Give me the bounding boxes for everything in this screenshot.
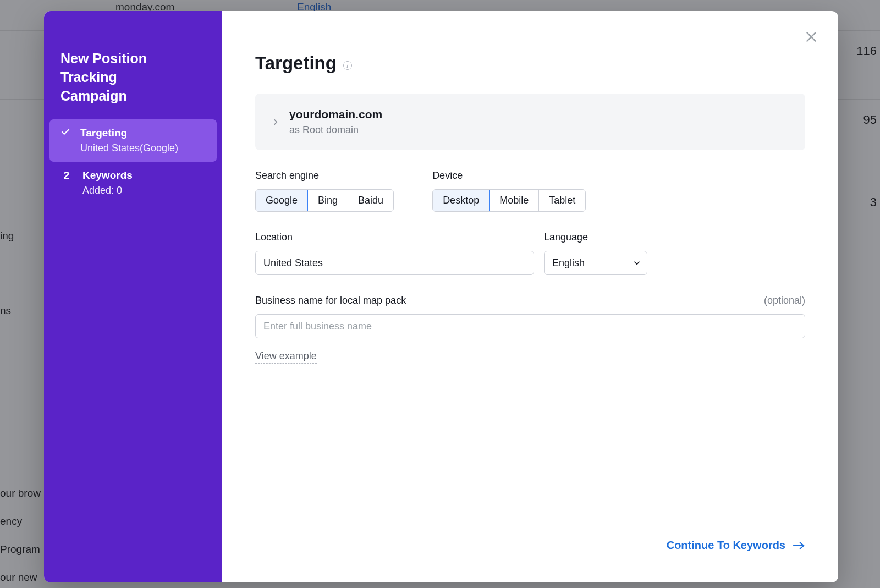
seg-desktop[interactable]: Desktop bbox=[433, 190, 490, 211]
location-input[interactable] bbox=[255, 251, 534, 275]
field-label: Device bbox=[432, 170, 586, 182]
arrow-right-icon bbox=[793, 541, 805, 550]
chevron-right-icon bbox=[272, 118, 279, 126]
search-engine-segmented: Google Bing Baidu bbox=[255, 189, 394, 212]
continue-label: Continue To Keywords bbox=[667, 539, 785, 552]
check-icon bbox=[61, 127, 70, 137]
continue-button[interactable]: Continue To Keywords bbox=[667, 539, 805, 552]
info-icon[interactable]: i bbox=[343, 61, 352, 70]
field-label: Language bbox=[544, 232, 647, 243]
step-label: Targeting bbox=[80, 127, 206, 139]
language-group: Language bbox=[544, 232, 647, 275]
optional-label: (optional) bbox=[764, 295, 805, 306]
location-group: Location bbox=[255, 232, 534, 275]
step-targeting[interactable]: Targeting United States(Google) bbox=[50, 119, 217, 162]
heading-text: Targeting bbox=[255, 53, 337, 74]
step-label: Keywords bbox=[82, 169, 206, 182]
field-label: Business name for local map pack bbox=[255, 295, 406, 306]
field-label: Search engine bbox=[255, 170, 394, 182]
step-keywords[interactable]: 2 Keywords Added: 0 bbox=[50, 162, 217, 204]
step-sublabel: United States(Google) bbox=[80, 142, 206, 154]
wizard-title: New Position Tracking Campaign bbox=[50, 50, 217, 119]
seg-google[interactable]: Google bbox=[256, 190, 308, 211]
business-name-input[interactable] bbox=[255, 314, 805, 338]
device-group: Device Desktop Mobile Tablet bbox=[432, 170, 586, 212]
seg-baidu[interactable]: Baidu bbox=[348, 190, 393, 211]
wizard-title-line1: New Position Tracking bbox=[61, 51, 147, 85]
view-example-link[interactable]: View example bbox=[255, 350, 317, 364]
field-label: Location bbox=[255, 232, 534, 243]
seg-mobile[interactable]: Mobile bbox=[490, 190, 539, 211]
search-engine-group: Search engine Google Bing Baidu bbox=[255, 170, 394, 212]
wizard-sidebar: New Position Tracking Campaign Targeting… bbox=[44, 11, 222, 582]
new-campaign-modal: New Position Tracking Campaign Targeting… bbox=[44, 11, 838, 582]
seg-bing[interactable]: Bing bbox=[308, 190, 348, 211]
close-button[interactable] bbox=[804, 30, 818, 44]
wizard-content: Targeting i yourdomain.com as Root domai… bbox=[222, 11, 838, 582]
business-name-group: Business name for local map pack (option… bbox=[255, 295, 805, 364]
content-heading: Targeting i bbox=[255, 53, 805, 74]
wizard-title-line2: Campaign bbox=[61, 88, 127, 103]
step-number: 2 bbox=[61, 169, 73, 182]
domain-card[interactable]: yourdomain.com as Root domain bbox=[255, 94, 805, 150]
seg-tablet[interactable]: Tablet bbox=[539, 190, 585, 211]
domain-name: yourdomain.com bbox=[289, 108, 382, 121]
device-segmented: Desktop Mobile Tablet bbox=[432, 189, 586, 212]
language-select[interactable] bbox=[544, 251, 647, 275]
domain-subtitle: as Root domain bbox=[289, 124, 382, 136]
step-sublabel: Added: 0 bbox=[82, 185, 206, 196]
